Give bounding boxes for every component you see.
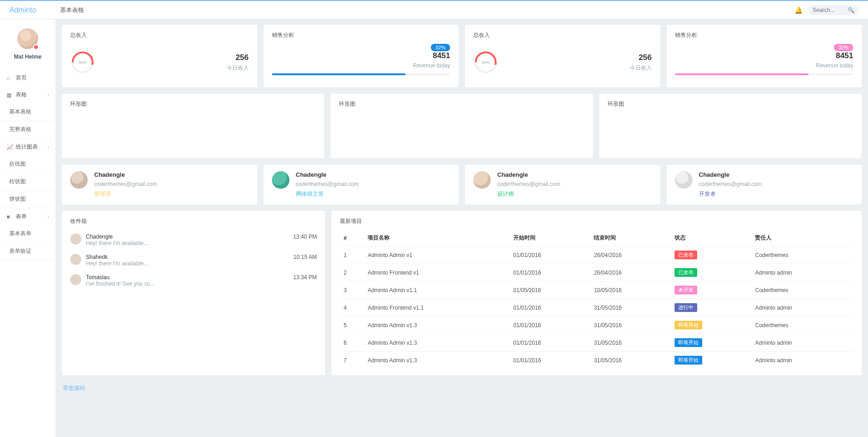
cell-idx: 4	[340, 299, 364, 317]
user-card-role[interactable]: 管理员	[94, 190, 157, 198]
search-box[interactable]: 🔍	[808, 5, 859, 15]
status-badge: 进行中	[675, 303, 697, 312]
cell-start: 01/01/2016	[510, 299, 591, 317]
status-badge: 即将开始	[675, 356, 702, 365]
cell-idx: 3	[340, 281, 364, 299]
cell-end: 26/04/2016	[590, 264, 671, 281]
nav-forms-basic[interactable]: 基本表单	[0, 225, 55, 243]
cell-name: Adminto Frontend v1	[364, 264, 509, 281]
table-row[interactable]: 1Adminto Admin v101/01/201626/04/2016已发布…	[340, 246, 853, 264]
nav-charts-line[interactable]: 折线图	[0, 156, 55, 173]
nav-charts[interactable]: 📈 统计图表 ›	[0, 138, 55, 156]
stat-value: 8451	[675, 51, 854, 60]
card-inbox: 收件箱 ChadengleHey! there I'm available...…	[62, 211, 325, 375]
user-card-email: coderthemes@gmail.com	[699, 181, 762, 187]
cell-start: 01/01/2016	[510, 352, 591, 369]
nav-home[interactable]: ⌂ 首页	[0, 69, 55, 86]
table-row[interactable]: 3Adminto Admin v1.101/05/201610/05/2016未…	[340, 281, 853, 299]
inbox-avatar	[70, 274, 81, 285]
inbox-name: Shahedk	[86, 254, 289, 260]
nav-charts-bar[interactable]: 柱状图	[0, 173, 55, 191]
badge-pct: 32%	[834, 44, 853, 51]
stat-value: 256	[102, 53, 249, 62]
inbox-item[interactable]: ShahedkHey! there I'm available...10:15 …	[70, 250, 317, 270]
inbox-time: 13:34 PM	[293, 274, 317, 281]
nav-label: 表格	[16, 91, 27, 99]
inbox-item[interactable]: TomaslauI've finished it! See you so...1…	[70, 270, 317, 291]
nav-forms-validate[interactable]: 表单验证	[0, 243, 55, 260]
cell-end: 10/05/2016	[590, 281, 671, 299]
card-ring-2: 环形图	[331, 94, 593, 158]
stat-sub: 今日收入	[505, 64, 652, 72]
nav-label: 统计图表	[16, 143, 38, 151]
user-name[interactable]: Mat Helme	[0, 54, 55, 60]
footer-link[interactable]: 零壹源码	[62, 383, 86, 394]
stat-sub: 今日收入	[102, 64, 249, 72]
inbox-name: Tomaslau	[86, 274, 289, 281]
cell-start: 01/01/2016	[510, 264, 591, 281]
nav-label: 首页	[16, 74, 27, 82]
grid-icon: ▦	[6, 92, 12, 98]
progress-bar	[272, 73, 451, 75]
user-avatar[interactable]	[473, 171, 491, 189]
th-owner: 责任人	[751, 230, 853, 246]
user-card-role[interactable]: 开发者	[699, 190, 762, 198]
card-income-2: 总收入 54% 256 今日收入	[465, 25, 660, 87]
card-title: 收件箱	[70, 217, 317, 225]
th-name: 项目名称	[364, 230, 509, 246]
card-projects: 最新项目 # 项目名称 开始时间 结束时间 状态 责任人 1Adminto Ad…	[332, 211, 862, 375]
table-row[interactable]: 5Adminto Admin v1.301/01/201631/05/2016即…	[340, 317, 853, 334]
svg-text:54%: 54%	[482, 60, 489, 65]
card-title: 销售分析	[272, 31, 451, 39]
user-card-name: Chadengle	[296, 171, 359, 178]
status-badge: 未开展	[675, 286, 697, 294]
table-row[interactable]: 2Adminto Frontend v101/01/201626/04/2016…	[340, 264, 853, 281]
cell-start: 01/05/2016	[510, 281, 591, 299]
cell-name: Adminto Admin v1	[364, 246, 509, 264]
inbox-item[interactable]: ChadengleHey! there I'm available...13:4…	[70, 230, 317, 250]
brand-logo[interactable]: Adminto	[0, 6, 55, 14]
search-icon[interactable]: 🔍	[848, 7, 855, 13]
user-card: Chadenglecoderthemes@gmail.com设计师	[465, 165, 660, 204]
nav-forms[interactable]: ■ 表单 ›	[0, 208, 55, 225]
user-card-role[interactable]: 网络组主管	[296, 190, 359, 198]
card-title: 环形图	[70, 100, 316, 108]
nav-tables[interactable]: ▦ 表格 ›	[0, 86, 55, 103]
search-input[interactable]	[813, 7, 845, 13]
nav-charts-pie[interactable]: 饼状图	[0, 191, 55, 208]
progress-bar	[675, 73, 854, 75]
nav-tables-full[interactable]: 完整表格	[0, 121, 55, 138]
cell-end: 31/05/2016	[590, 299, 671, 317]
user-card-email: coderthemes@gmail.com	[497, 181, 560, 187]
card-sales-1: 销售分析 32% 8451 Revenue today	[264, 25, 459, 87]
bell-icon[interactable]: 🔔	[795, 6, 802, 14]
table-row[interactable]: 7Adminto Admin v1.301/01/201631/05/2016即…	[340, 352, 853, 369]
chevron-right-icon: ›	[48, 214, 49, 219]
user-status-dot	[33, 44, 39, 50]
cell-owner: Adminto admin	[751, 299, 853, 317]
cell-idx: 5	[340, 317, 364, 334]
chevron-right-icon: ›	[48, 144, 49, 150]
user-avatar[interactable]	[272, 171, 289, 189]
inbox-msg: I've finished it! See you so...	[86, 281, 289, 287]
stat-sub: Revenue today	[675, 62, 854, 69]
cell-name: Adminto Admin v1.3	[364, 317, 509, 334]
sidebar: Mat Helme ⌂ 首页 ▦ 表格 › 基本表格 完整表格 📈 统计图表 ›	[0, 19, 55, 437]
cell-owner: Adminto admin	[751, 264, 853, 281]
cell-owner: Adminto admin	[751, 334, 853, 352]
page-title: 基本表格	[55, 6, 84, 14]
user-card-role[interactable]: 设计师	[497, 190, 560, 198]
status-badge: 即将开始	[675, 338, 702, 347]
nav-tables-basic[interactable]: 基本表格	[0, 103, 55, 121]
header-bar: Adminto 基本表格 🔔 🔍	[0, 1, 868, 19]
table-row[interactable]: 4Adminto Frontend v1.101/01/201631/05/20…	[340, 299, 853, 317]
user-avatar[interactable]	[675, 171, 693, 189]
stat-value: 8451	[272, 51, 451, 60]
user-avatar[interactable]	[70, 171, 88, 189]
user-card-email: coderthemes@gmail.com	[94, 181, 157, 187]
cell-idx: 6	[340, 334, 364, 352]
file-icon: ■	[6, 214, 12, 220]
user-card-name: Chadengle	[699, 171, 762, 178]
cell-owner: Coderthemes	[751, 281, 853, 299]
table-row[interactable]: 6Adminto Admin v1.301/01/201631/05/2016即…	[340, 334, 853, 352]
